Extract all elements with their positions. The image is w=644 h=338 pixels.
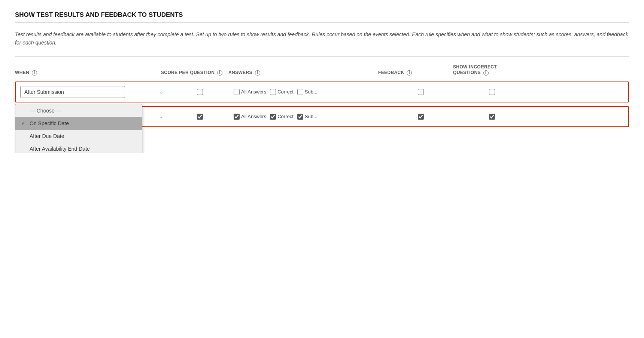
row-1-container: After Submission On Specific Date After … xyxy=(15,82,629,102)
dropdown-option-after-due-date[interactable]: After Due Date xyxy=(15,130,142,142)
dropdown-arrow-icon-row2: ⌄ xyxy=(160,114,163,119)
feedback-checkbox-row1[interactable] xyxy=(418,89,424,95)
page-title: SHOW TEST RESULTS AND FEEDBACK TO STUDEN… xyxy=(15,11,629,23)
dropdown-option-after-availability[interactable]: After Availability End Date xyxy=(15,142,142,153)
correct-label-row2[interactable]: Correct xyxy=(270,114,294,120)
correct-label-row1[interactable]: Correct xyxy=(270,89,294,95)
show-incorrect-checkbox-wrapper-row1 xyxy=(458,89,526,95)
dropdown-popup: ----Choose---- ✓ On Specific Date After … xyxy=(15,104,142,153)
score-checkbox-row2[interactable] xyxy=(197,114,203,120)
dropdown-option-on-specific-date[interactable]: ✓ On Specific Date xyxy=(15,117,142,130)
show-incorrect-info-icon[interactable]: i xyxy=(483,70,489,76)
when-info-icon[interactable]: i xyxy=(32,70,37,76)
dropdown-option-choose[interactable]: ----Choose---- xyxy=(15,104,142,117)
feedback-checkbox-wrapper-row1 xyxy=(383,89,458,95)
header-score: SCORE PER QUESTION i xyxy=(161,70,228,76)
header-answers: ANSWERS i xyxy=(228,70,378,76)
score-checkbox-wrapper-row2 xyxy=(166,114,234,120)
dropdown-arrow-icon: ⌄ xyxy=(160,89,163,95)
score-checkbox-wrapper-row1 xyxy=(166,89,234,95)
all-answers-label-row2[interactable]: All Answers xyxy=(234,114,266,120)
sub-label-row1[interactable]: Sub... xyxy=(297,89,318,95)
all-answers-label-row1[interactable]: All Answers xyxy=(234,89,266,95)
when-dropdown-row1[interactable]: After Submission On Specific Date After … xyxy=(20,86,125,98)
feedback-checkbox-row2[interactable] xyxy=(418,114,424,120)
check-after-availability xyxy=(21,146,27,151)
answers-group-row1: All Answers Correct Sub... xyxy=(234,89,383,95)
page-description: Test results and feedback are available … xyxy=(15,30,629,47)
table-headers: WHEN i SCORE PER QUESTION i ANSWERS i FE… xyxy=(15,64,629,80)
correct-checkbox-row1[interactable] xyxy=(270,89,276,95)
table-row-1: After Submission On Specific Date After … xyxy=(15,82,629,102)
answers-group-row2: All Answers Correct Sub... xyxy=(234,114,383,120)
header-show-incorrect: SHOW INCORRECT QUESTIONS i xyxy=(453,64,520,76)
sub-label-row2[interactable]: Sub... xyxy=(297,114,318,120)
check-after-due-date xyxy=(21,133,27,139)
divider xyxy=(15,56,629,57)
feedback-checkbox-wrapper-row2 xyxy=(383,114,458,120)
header-when: WHEN i xyxy=(15,70,161,76)
score-checkbox-row1[interactable] xyxy=(197,89,203,95)
answers-info-icon[interactable]: i xyxy=(255,70,260,76)
check-placeholder xyxy=(21,108,27,113)
score-info-icon[interactable]: i xyxy=(217,70,222,76)
show-incorrect-checkbox-row1[interactable] xyxy=(489,89,495,95)
show-incorrect-checkbox-row2[interactable] xyxy=(489,114,495,120)
show-incorrect-checkbox-wrapper-row2 xyxy=(458,114,526,120)
feedback-info-icon[interactable]: i xyxy=(407,70,412,76)
sub-checkbox-row2[interactable] xyxy=(297,114,303,120)
all-answers-checkbox-row1[interactable] xyxy=(234,89,240,95)
when-dropdown-wrapper: After Submission On Specific Date After … xyxy=(20,86,166,98)
header-feedback: FEEDBACK i xyxy=(378,70,453,76)
all-answers-checkbox-row2[interactable] xyxy=(234,114,240,120)
check-on-specific-date: ✓ xyxy=(21,120,27,126)
sub-checkbox-row1[interactable] xyxy=(297,89,303,95)
correct-checkbox-row2[interactable] xyxy=(270,114,276,120)
